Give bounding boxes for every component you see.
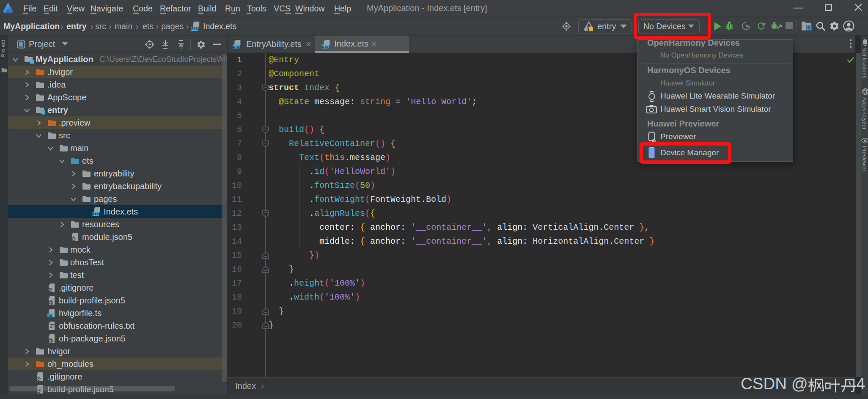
svg-text:TS: TS	[49, 314, 52, 317]
